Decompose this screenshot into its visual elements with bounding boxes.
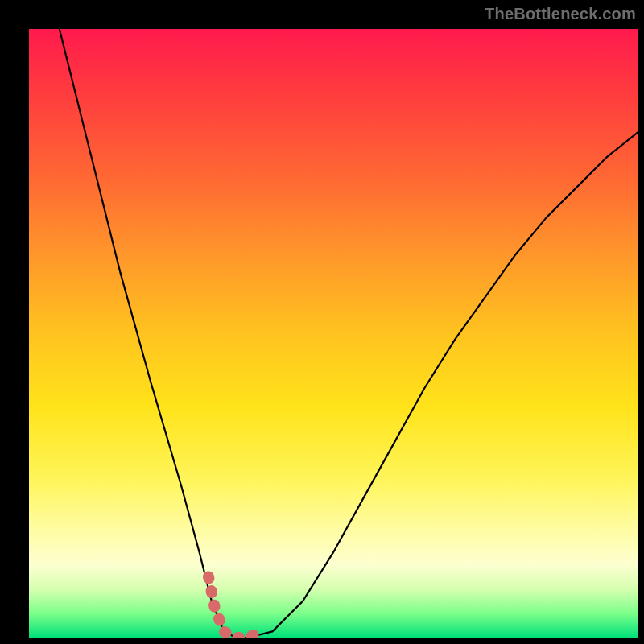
bottleneck-curve bbox=[60, 29, 638, 638]
plot-area bbox=[29, 29, 638, 638]
watermark-text: TheBottleneck.com bbox=[485, 5, 636, 23]
curve-layer bbox=[29, 29, 638, 638]
chart-frame: TheBottleneck.com bbox=[0, 0, 644, 644]
highlight-segment bbox=[208, 576, 260, 638]
